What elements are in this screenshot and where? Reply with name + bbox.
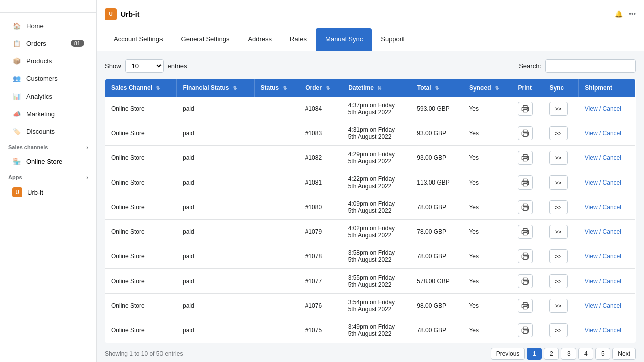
col-total[interactable]: Total ⇅ bbox=[411, 79, 463, 97]
cell-print[interactable] bbox=[512, 195, 543, 220]
print-button[interactable] bbox=[518, 299, 533, 313]
print-button[interactable] bbox=[518, 249, 533, 263]
col-sales-channel[interactable]: Sales Channel ⇅ bbox=[105, 79, 177, 97]
print-button[interactable] bbox=[518, 126, 533, 140]
tab-support[interactable]: Support bbox=[372, 28, 413, 51]
cell-print[interactable] bbox=[512, 97, 543, 121]
sync-button[interactable]: >> bbox=[549, 175, 568, 190]
cell-shipment[interactable]: View / Cancel bbox=[579, 220, 636, 244]
page-button-1[interactable]: 1 bbox=[527, 348, 542, 360]
print-button[interactable] bbox=[518, 102, 533, 116]
sidebar-item-label: Discounts bbox=[26, 128, 84, 135]
page-button-2[interactable]: 2 bbox=[544, 348, 559, 360]
sync-button[interactable]: >> bbox=[549, 323, 568, 337]
col-status[interactable]: Status ⇅ bbox=[254, 79, 299, 97]
tab-general-settings[interactable]: General Settings bbox=[172, 28, 239, 51]
col-synced[interactable]: Synced ⇅ bbox=[463, 79, 512, 97]
sidebar-item-online-store[interactable]: 🏪 Online Store bbox=[4, 153, 92, 170]
print-button[interactable] bbox=[518, 225, 533, 239]
sidebar-item-orders[interactable]: 📋 Orders 81 bbox=[4, 35, 92, 52]
cell-shipment[interactable]: View / Cancel bbox=[579, 244, 636, 269]
cell-shipment[interactable]: View / Cancel bbox=[579, 146, 636, 170]
cell-shipment[interactable]: View / Cancel bbox=[579, 195, 636, 220]
cell-shipment[interactable]: View / Cancel bbox=[579, 269, 636, 294]
sidebar-item-customers[interactable]: 👥 Customers bbox=[4, 70, 92, 87]
view-cancel-link[interactable]: View / Cancel bbox=[585, 278, 621, 285]
cell-print[interactable] bbox=[512, 294, 543, 318]
col-financial-status[interactable]: Financial Status ⇅ bbox=[177, 79, 254, 97]
prev-button[interactable]: Previous bbox=[491, 348, 525, 360]
entries-select[interactable]: 10 25 50 100 bbox=[125, 59, 164, 73]
cell-sync[interactable]: >> bbox=[543, 195, 579, 220]
sync-button[interactable]: >> bbox=[549, 102, 568, 116]
search-input[interactable] bbox=[545, 59, 636, 73]
sync-button[interactable]: >> bbox=[549, 249, 568, 263]
cell-shipment[interactable]: View / Cancel bbox=[579, 121, 636, 146]
cell-sync[interactable]: >> bbox=[543, 294, 579, 318]
cell-order: #1077 bbox=[299, 269, 342, 294]
cell-print[interactable] bbox=[512, 244, 543, 269]
cell-sync[interactable]: >> bbox=[543, 220, 579, 244]
view-cancel-link[interactable]: View / Cancel bbox=[585, 105, 621, 112]
cell-sync[interactable]: >> bbox=[543, 170, 579, 195]
cell-shipment[interactable]: View / Cancel bbox=[579, 97, 636, 121]
cell-print[interactable] bbox=[512, 318, 543, 343]
print-button[interactable] bbox=[518, 175, 533, 190]
sidebar-item-urbit[interactable]: U Urb-it bbox=[4, 183, 92, 201]
next-button[interactable]: Next bbox=[612, 348, 636, 360]
cell-print[interactable] bbox=[512, 121, 543, 146]
print-button[interactable] bbox=[518, 200, 533, 214]
view-cancel-link[interactable]: View / Cancel bbox=[585, 228, 621, 235]
view-cancel-link[interactable]: View / Cancel bbox=[585, 204, 621, 211]
view-cancel-link[interactable]: View / Cancel bbox=[585, 253, 621, 260]
tab-manual-sync[interactable]: Manual Sync bbox=[316, 28, 372, 51]
cell-shipment[interactable]: View / Cancel bbox=[579, 294, 636, 318]
sync-button[interactable]: >> bbox=[549, 151, 568, 165]
sync-button[interactable]: >> bbox=[549, 126, 568, 140]
view-cancel-link[interactable]: View / Cancel bbox=[585, 130, 621, 137]
col-order[interactable]: Order ⇅ bbox=[299, 79, 342, 97]
col-datetime[interactable]: Datetime ⇅ bbox=[342, 79, 411, 97]
sync-button[interactable]: >> bbox=[549, 299, 568, 313]
tab-rates[interactable]: Rates bbox=[281, 28, 316, 51]
cell-print[interactable] bbox=[512, 170, 543, 195]
sidebar-item-products[interactable]: 📦 Products bbox=[4, 52, 92, 69]
sidebar-item-home[interactable]: 🏠 Home bbox=[4, 17, 92, 34]
view-cancel-link[interactable]: View / Cancel bbox=[585, 154, 621, 161]
cell-sync[interactable]: >> bbox=[543, 318, 579, 343]
notification-icon[interactable]: 🔔 bbox=[615, 10, 623, 18]
cell-shipment[interactable]: View / Cancel bbox=[579, 318, 636, 343]
print-button[interactable] bbox=[518, 323, 533, 337]
sync-button[interactable]: >> bbox=[549, 225, 568, 239]
topbar-actions: 🔔 ••• bbox=[615, 10, 636, 18]
view-cancel-link[interactable]: View / Cancel bbox=[585, 327, 621, 334]
tab-account-settings[interactable]: Account Settings bbox=[105, 28, 172, 51]
tab-address[interactable]: Address bbox=[238, 28, 281, 51]
print-button[interactable] bbox=[518, 274, 533, 288]
expand-apps-icon[interactable]: › bbox=[86, 174, 88, 180]
view-cancel-link[interactable]: View / Cancel bbox=[585, 179, 621, 186]
cell-sync[interactable]: >> bbox=[543, 146, 579, 170]
cell-print[interactable] bbox=[512, 146, 543, 170]
cell-sync[interactable]: >> bbox=[543, 97, 579, 121]
cell-shipment[interactable]: View / Cancel bbox=[579, 170, 636, 195]
sync-button[interactable]: >> bbox=[549, 200, 568, 214]
cell-datetime: 3:55pm on Friday5th August 2022 bbox=[342, 269, 411, 294]
page-button-4[interactable]: 4 bbox=[578, 348, 593, 360]
cell-sync[interactable]: >> bbox=[543, 244, 579, 269]
page-button-5[interactable]: 5 bbox=[595, 348, 610, 360]
cell-sync[interactable]: >> bbox=[543, 269, 579, 294]
cell-sync[interactable]: >> bbox=[543, 121, 579, 146]
print-button[interactable] bbox=[518, 151, 533, 165]
sync-button[interactable]: >> bbox=[549, 274, 568, 288]
sidebar-item-discounts[interactable]: 🏷️ Discounts bbox=[4, 123, 92, 140]
sidebar-item-marketing[interactable]: 📣 Marketing bbox=[4, 105, 92, 122]
cell-print[interactable] bbox=[512, 220, 543, 244]
page-button-3[interactable]: 3 bbox=[561, 348, 576, 360]
view-cancel-link[interactable]: View / Cancel bbox=[585, 302, 621, 309]
sidebar-item-analytics[interactable]: 📊 Analytics bbox=[4, 87, 92, 105]
svg-point-2 bbox=[527, 108, 527, 109]
more-options-icon[interactable]: ••• bbox=[629, 10, 636, 18]
expand-icon[interactable]: › bbox=[86, 144, 88, 150]
cell-print[interactable] bbox=[512, 269, 543, 294]
